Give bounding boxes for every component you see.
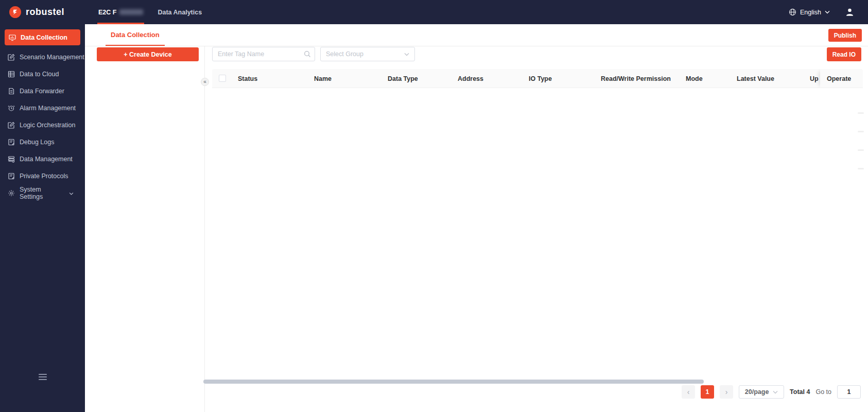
chevron-down-icon bbox=[404, 50, 409, 58]
sidebar-item-data-forwarder[interactable]: Data Forwarder bbox=[0, 82, 85, 99]
operate-label: Operate bbox=[827, 75, 851, 82]
page-tabbar: Data Collection Publish bbox=[85, 24, 868, 46]
sidebar-item-data-management[interactable]: Data Management bbox=[0, 150, 85, 167]
publish-button[interactable]: Publish bbox=[828, 29, 862, 42]
sidebar-item-label: Data Management bbox=[20, 156, 73, 163]
sidebar-item-label: Debug Logs bbox=[20, 139, 54, 146]
chevron-right-icon: › bbox=[725, 388, 728, 396]
alarm-icon bbox=[8, 105, 15, 112]
topnav-analytics-label: Data Analytics bbox=[158, 9, 202, 16]
column-name[interactable]: Name bbox=[314, 69, 332, 88]
sidebar-item-label: Scenario Management bbox=[20, 54, 84, 61]
globe-icon bbox=[789, 8, 796, 16]
tag-name-search-input[interactable] bbox=[212, 47, 315, 61]
hamburger-icon bbox=[39, 374, 47, 380]
column-latest-value[interactable]: Latest Value bbox=[737, 69, 774, 88]
column-data-type[interactable]: Data Type bbox=[388, 69, 418, 88]
pagination: ‹ 1 › 20/page Total 4 Go to bbox=[682, 385, 861, 399]
main-content: Data Collection Publish + Create Device … bbox=[85, 24, 868, 412]
column-address[interactable]: Address bbox=[458, 69, 483, 88]
topnav-item-project[interactable]: E2C F bbox=[91, 0, 150, 24]
sidebar-item-debug-logs[interactable]: Debug Logs bbox=[0, 133, 85, 150]
tab-data-collection[interactable]: Data Collection bbox=[106, 24, 165, 46]
sidebar-item-label: Data Forwarder bbox=[20, 88, 64, 95]
user-icon[interactable] bbox=[845, 7, 855, 17]
prev-page-button[interactable]: ‹ bbox=[682, 385, 695, 399]
topnav-project-label: E2C F bbox=[98, 9, 116, 16]
sidebar-collapse-toggle[interactable] bbox=[0, 374, 85, 380]
total-count-label: Total 4 bbox=[790, 388, 810, 396]
notebook-icon bbox=[8, 139, 15, 146]
sidebar-item-scenario-management[interactable]: Scenario Management bbox=[0, 48, 85, 65]
create-device-button[interactable]: + Create Device bbox=[97, 47, 199, 61]
redacted-text-blur bbox=[119, 9, 143, 15]
column-status[interactable]: Status bbox=[238, 69, 257, 88]
collapse-left-icon: « bbox=[203, 79, 206, 84]
topbar-right: English bbox=[789, 7, 868, 17]
row-marker bbox=[858, 112, 864, 114]
column-operate[interactable]: Operate bbox=[820, 69, 863, 88]
read-io-button[interactable]: Read IO bbox=[827, 47, 861, 61]
select-all-checkbox[interactable] bbox=[219, 75, 226, 82]
sidebar-item-label: Logic Orchestration bbox=[20, 122, 75, 129]
column-rw-permission[interactable]: Read/Write Permission bbox=[601, 69, 671, 88]
sidebar-item-alarm-management[interactable]: Alarm Management bbox=[0, 99, 85, 116]
sidebar-item-label: Data Collection bbox=[21, 34, 67, 41]
edit-square-icon bbox=[8, 54, 15, 61]
goto-page-input[interactable] bbox=[837, 385, 861, 399]
column-io-type[interactable]: IO Type bbox=[529, 69, 552, 88]
gear-icon bbox=[8, 190, 15, 197]
panel-collapse-button[interactable]: « bbox=[201, 78, 209, 86]
column-mode[interactable]: Mode bbox=[686, 69, 703, 88]
sidebar-item-data-collection[interactable]: Data Collection bbox=[5, 29, 80, 45]
row-marker bbox=[858, 149, 864, 151]
chevron-left-icon: ‹ bbox=[687, 388, 690, 396]
column-update-truncated[interactable]: Up bbox=[810, 69, 821, 88]
group-select-dropdown[interactable]: Select Group bbox=[320, 47, 415, 61]
sidebar-item-logic-orchestration[interactable]: Logic Orchestration bbox=[0, 116, 85, 133]
database-icon bbox=[8, 156, 15, 163]
topnav-item-data-analytics[interactable]: Data Analytics bbox=[150, 0, 209, 24]
table-icon bbox=[8, 71, 15, 78]
search-icon[interactable] bbox=[304, 50, 311, 60]
brand-logo[interactable]: robustel bbox=[0, 6, 85, 18]
robustel-badge-icon bbox=[9, 6, 21, 18]
table-body-empty bbox=[212, 88, 863, 376]
horizontal-scrollbar[interactable] bbox=[203, 380, 704, 384]
group-select-placeholder: Select Group bbox=[326, 50, 363, 58]
top-navigation: E2C F Data Analytics bbox=[91, 0, 209, 24]
device-list-panel bbox=[85, 46, 205, 412]
topbar: robustel E2C F Data Analytics English bbox=[0, 0, 868, 24]
sidebar-item-private-protocols[interactable]: Private Protocols bbox=[0, 167, 85, 184]
chevron-down-icon bbox=[773, 390, 778, 394]
sidebar-item-label: Private Protocols bbox=[20, 173, 68, 180]
page-number-button[interactable]: 1 bbox=[701, 385, 714, 399]
chevron-down-icon bbox=[69, 190, 74, 197]
sidebar-item-system-settings[interactable]: System Settings bbox=[0, 184, 85, 201]
goto-label: Go to bbox=[815, 388, 831, 396]
chevron-down-icon[interactable] bbox=[825, 10, 830, 14]
sidebar-item-label: Data to Cloud bbox=[20, 71, 59, 78]
row-marker bbox=[858, 131, 864, 132]
document-icon bbox=[8, 88, 15, 95]
notebook-icon bbox=[8, 173, 15, 180]
row-marker bbox=[858, 168, 864, 169]
language-label[interactable]: English bbox=[800, 9, 821, 16]
edit-square-icon bbox=[8, 122, 15, 129]
sidebar-item-data-to-cloud[interactable]: Data to Cloud bbox=[0, 65, 85, 82]
table-header: Status Name Data Type Address IO Type Re… bbox=[212, 69, 863, 88]
monitor-icon bbox=[9, 34, 16, 41]
sidebar-item-label: System Settings bbox=[20, 186, 64, 200]
brand-name: robustel bbox=[26, 7, 64, 18]
page-size-select[interactable]: 20/page bbox=[739, 385, 784, 399]
page-size-value: 20/page bbox=[745, 388, 769, 396]
next-page-button[interactable]: › bbox=[720, 385, 733, 399]
sidebar-item-label: Alarm Management bbox=[20, 105, 76, 112]
sidebar: Data Collection Scenario Management Data… bbox=[0, 24, 85, 412]
